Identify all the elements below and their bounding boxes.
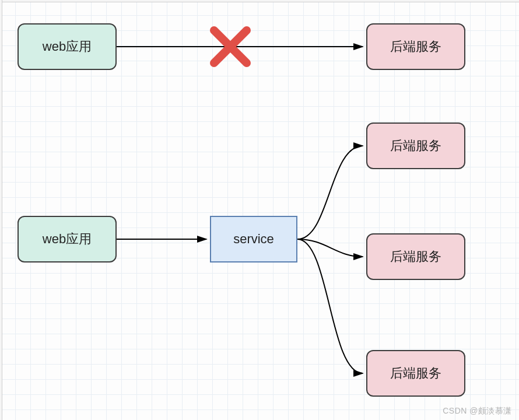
node-backend-1: 后端服务 [366,123,465,169]
cross-icon [214,30,247,63]
node-label: 后端服务 [390,365,441,382]
node-web-app-top: web应用 [17,23,117,70]
node-label: 后端服务 [390,248,441,265]
node-label: web应用 [43,38,92,55]
node-backend-3: 后端服务 [366,350,465,397]
ruler-top [0,0,519,2]
node-backend-top: 后端服务 [366,23,465,70]
node-label: 后端服务 [390,137,441,155]
arrow-service-backend-1 [297,146,363,239]
watermark: CSDN @颇淡慕潇 [443,406,512,416]
node-web-app-bottom: web应用 [17,216,117,262]
node-backend-2: 后端服务 [366,233,465,280]
node-service: service [210,216,297,262]
node-label: service [233,232,274,247]
ruler-left [0,0,2,420]
arrow-service-backend-2 [297,239,363,257]
svg-line-1 [214,30,247,63]
arrow-service-backend-3 [297,239,363,373]
svg-line-0 [214,30,247,63]
node-label: 后端服务 [390,38,441,55]
node-label: web应用 [43,230,92,248]
